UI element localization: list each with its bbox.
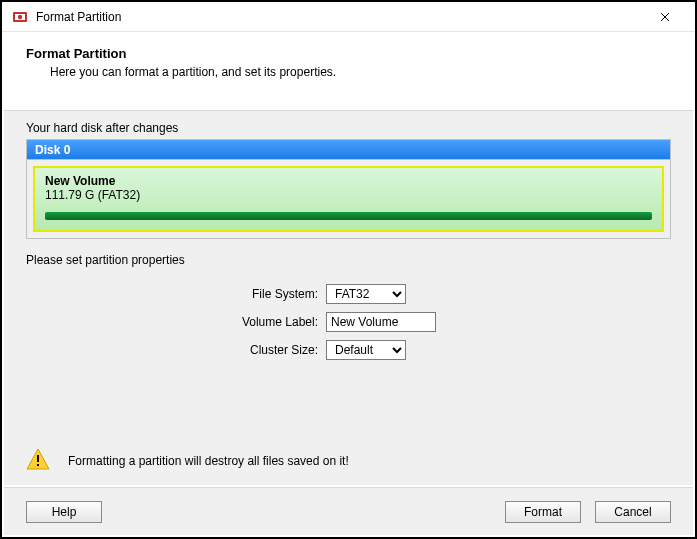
- close-button[interactable]: [645, 3, 685, 31]
- disk-caption: Your hard disk after changes: [26, 121, 671, 135]
- header: Format Partition Here you can format a p…: [2, 32, 695, 89]
- file-system-label: File System:: [26, 287, 326, 301]
- titlebar: Format Partition: [2, 2, 695, 32]
- file-system-select[interactable]: FAT32: [326, 284, 406, 304]
- warning-row: Formatting a partition will destroy all …: [26, 448, 671, 473]
- volume-name: New Volume: [45, 174, 652, 188]
- page-title: Format Partition: [26, 46, 671, 61]
- disk-body: New Volume 111.79 G (FAT32): [26, 159, 671, 239]
- help-button[interactable]: Help: [26, 501, 102, 523]
- svg-rect-4: [37, 464, 39, 466]
- volume-block[interactable]: New Volume 111.79 G (FAT32): [33, 166, 664, 232]
- format-button[interactable]: Format: [505, 501, 581, 523]
- props-caption: Please set partition properties: [26, 253, 671, 267]
- row-cluster-size: Cluster Size: Default: [26, 337, 671, 363]
- row-file-system: File System: FAT32: [26, 281, 671, 307]
- volume-usage-bar: [45, 212, 652, 220]
- footer: Help Format Cancel: [4, 487, 693, 535]
- volume-label-label: Volume Label:: [26, 315, 326, 329]
- partition-properties: Please set partition properties File Sys…: [26, 253, 671, 363]
- row-volume-label: Volume Label:: [26, 309, 671, 335]
- footer-buttons: Format Cancel: [505, 501, 671, 523]
- warning-icon: [26, 448, 50, 473]
- cluster-size-label: Cluster Size:: [26, 343, 326, 357]
- page-subtitle: Here you can format a partition, and set…: [50, 65, 671, 79]
- disk-label: Disk 0: [35, 143, 70, 157]
- app-icon: [12, 9, 28, 25]
- warning-text: Formatting a partition will destroy all …: [68, 454, 349, 468]
- main-panel: Your hard disk after changes Disk 0 New …: [4, 110, 693, 485]
- fields: File System: FAT32 Volume Label: Cluster…: [26, 281, 671, 363]
- cluster-size-select[interactable]: Default: [326, 340, 406, 360]
- svg-rect-3: [37, 455, 39, 462]
- svg-point-2: [18, 14, 22, 18]
- disk-header[interactable]: Disk 0: [26, 139, 671, 159]
- volume-info: 111.79 G (FAT32): [45, 188, 652, 202]
- cancel-button[interactable]: Cancel: [595, 501, 671, 523]
- volume-label-input[interactable]: [326, 312, 436, 332]
- window-title: Format Partition: [36, 10, 121, 24]
